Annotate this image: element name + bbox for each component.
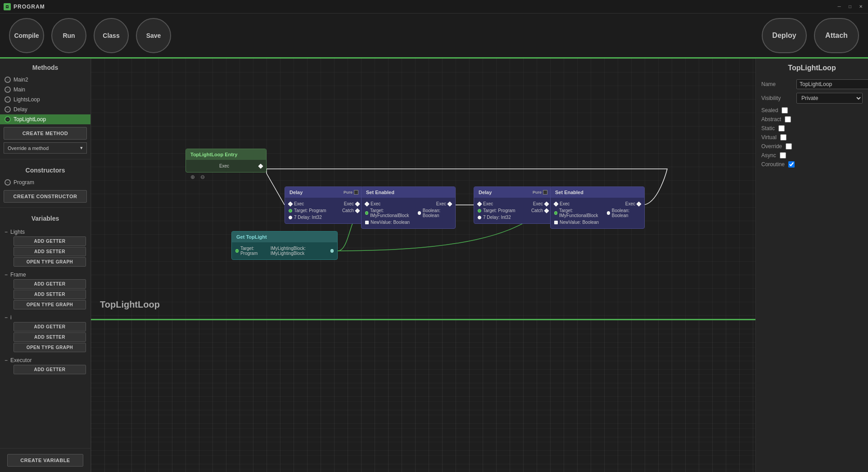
titlebar: PROGRAM ─ □ ✕ xyxy=(0,0,868,14)
frame-add-getter[interactable]: ADD GETTER xyxy=(14,279,86,289)
coroutine-checkbox[interactable] xyxy=(788,161,795,168)
bool-port[interactable] xyxy=(418,211,421,215)
visibility-select[interactable]: Private Public Protected Internal xyxy=(796,93,863,104)
variable-executor-name[interactable]: − Executor xyxy=(5,356,86,365)
method-item-lightsloop[interactable]: − LightsLoop xyxy=(0,95,90,104)
delay2-target-row: Target: Program Catch xyxy=(478,207,548,214)
create-constructor-button[interactable]: CREATE CONSTRUCTOR xyxy=(4,190,87,203)
pure-checkbox[interactable] xyxy=(543,190,547,195)
set-enabled-node-1[interactable]: Set Enabled Exec Exec Target: xyxy=(361,186,456,229)
name-input[interactable] xyxy=(796,79,868,89)
target-port[interactable] xyxy=(235,249,239,253)
attach-button[interactable]: Attach xyxy=(814,18,859,53)
output-port[interactable] xyxy=(330,249,334,253)
catch-port[interactable] xyxy=(544,208,549,213)
i-add-setter[interactable]: ADD SETTER xyxy=(14,332,86,342)
get-toplight-row: Target: Program IMyLightingBlock: IMyLig… xyxy=(235,245,334,257)
frame-open-type-graph[interactable]: OPEN TYPE GRAPH xyxy=(14,300,86,309)
exec-out-port[interactable] xyxy=(447,201,452,206)
delay-port[interactable] xyxy=(478,216,481,219)
collapse-icon: − xyxy=(5,357,8,363)
i-add-getter[interactable]: ADD GETTER xyxy=(14,322,86,331)
class-button[interactable]: Class xyxy=(94,18,129,53)
create-variable-button[interactable]: CREATE VARIABLE xyxy=(7,454,83,467)
async-checkbox[interactable] xyxy=(780,152,786,159)
pure-checkbox[interactable] xyxy=(354,190,358,195)
minimize-button[interactable]: ─ xyxy=(836,3,843,10)
variable-i-name[interactable]: − i xyxy=(5,313,86,322)
zoom-out-icon[interactable]: ⊖ xyxy=(199,173,207,181)
i-open-type-graph[interactable]: OPEN TYPE GRAPH xyxy=(14,343,86,352)
target-port[interactable] xyxy=(365,211,368,215)
delay-node-2[interactable]: Delay Pure Exec Exec xyxy=(474,186,552,224)
canvas-area[interactable]: TopLightLoop Entry Exec ⊕ ⊖ Delay xyxy=(91,59,755,472)
method-item-main[interactable]: − Main xyxy=(0,85,90,95)
exec-out-port[interactable] xyxy=(636,201,641,206)
executor-add-getter[interactable]: ADD GETTER xyxy=(14,365,86,374)
port-right: Exec xyxy=(344,201,359,206)
visibility-label: Visibility xyxy=(761,95,793,101)
sealed-checkbox[interactable] xyxy=(782,107,788,113)
async-label: Async xyxy=(761,152,776,159)
lights-add-getter[interactable]: ADD GETTER xyxy=(14,236,86,246)
get-toplight-node[interactable]: Get TopLight Target: Program IMyLighting… xyxy=(231,231,338,260)
method-item-toplightloop[interactable]: − TopLightLoop xyxy=(0,114,90,124)
divider xyxy=(0,207,90,208)
frame-add-setter[interactable]: ADD SETTER xyxy=(14,290,86,299)
close-button[interactable]: ✕ xyxy=(857,3,864,10)
svg-rect-2 xyxy=(6,6,8,7)
exec-out-port[interactable] xyxy=(355,201,360,206)
lights-add-setter[interactable]: ADD SETTER xyxy=(14,247,86,256)
method-item-main2[interactable]: − Main2 xyxy=(0,75,90,85)
constructor-item-program[interactable]: − Program xyxy=(0,177,90,187)
collapse-icon: − xyxy=(5,106,11,113)
override-checkbox[interactable] xyxy=(786,143,792,150)
delay-port[interactable] xyxy=(289,216,292,219)
right-toolbar-buttons: Deploy Attach xyxy=(762,18,859,53)
virtual-checkbox[interactable] xyxy=(780,134,787,141)
variables-scroll[interactable]: − Lights ADD GETTER ADD SETTER OPEN TYPE… xyxy=(0,226,90,448)
zoom-in-icon[interactable]: ⊕ xyxy=(189,173,197,181)
bool-port[interactable] xyxy=(607,211,610,215)
exec-in-port[interactable] xyxy=(288,201,293,206)
static-checkbox[interactable] xyxy=(778,125,785,132)
target-port[interactable] xyxy=(289,209,292,213)
variable-lights-name[interactable]: − Lights xyxy=(5,227,86,236)
exec-in-port[interactable] xyxy=(364,201,369,206)
delay-node-1[interactable]: Delay Pure Exec Exec xyxy=(285,186,363,224)
virtual-label: Virtual xyxy=(761,134,777,141)
target-port[interactable] xyxy=(478,209,481,213)
catch-port[interactable] xyxy=(355,208,360,213)
name-property-row: Name xyxy=(761,79,863,89)
exec-out-port[interactable] xyxy=(544,201,549,206)
create-method-button[interactable]: CREATE METHOD xyxy=(4,127,87,140)
entry-node[interactable]: TopLightLoop Entry Exec ⊕ ⊖ xyxy=(185,149,267,172)
compile-button[interactable]: Compile xyxy=(9,18,44,53)
se2-exec-row: Exec Exec xyxy=(554,200,641,207)
window-controls: ─ □ ✕ xyxy=(836,3,864,10)
delay1-exec-row: Exec Exec xyxy=(289,200,359,207)
newvalue-port[interactable] xyxy=(554,221,558,224)
lights-open-type-graph[interactable]: OPEN TYPE GRAPH xyxy=(14,257,86,267)
run-button[interactable]: Run xyxy=(51,18,86,53)
override-dropdown[interactable]: Override a method ▾ xyxy=(4,142,87,154)
save-button[interactable]: Save xyxy=(136,18,171,53)
name-label: Name xyxy=(761,81,793,87)
variable-lights: − Lights ADD GETTER ADD SETTER OPEN TYPE… xyxy=(0,226,90,268)
set-enabled-node-2[interactable]: Set Enabled Exec Exec Target: xyxy=(550,186,645,229)
exec-in-port[interactable] xyxy=(553,201,558,206)
exec-port-dot[interactable] xyxy=(258,163,263,168)
canvas-bottom[interactable] xyxy=(91,319,755,472)
se1-exec-row: Exec Exec xyxy=(365,200,452,207)
method-item-delay[interactable]: − Delay xyxy=(0,104,90,114)
maximize-button[interactable]: □ xyxy=(846,3,854,10)
abstract-checkbox[interactable] xyxy=(785,116,791,123)
variables-title: Variables xyxy=(0,209,90,226)
lights-buttons: ADD GETTER ADD SETTER OPEN TYPE GRAPH xyxy=(14,236,86,267)
exec-in-port[interactable] xyxy=(477,201,482,206)
abstract-row: Abstract xyxy=(761,116,863,123)
target-port[interactable] xyxy=(554,211,557,215)
newvalue-port[interactable] xyxy=(365,221,369,224)
deploy-button[interactable]: Deploy xyxy=(762,18,807,53)
variable-frame-name[interactable]: − Frame xyxy=(5,270,86,279)
